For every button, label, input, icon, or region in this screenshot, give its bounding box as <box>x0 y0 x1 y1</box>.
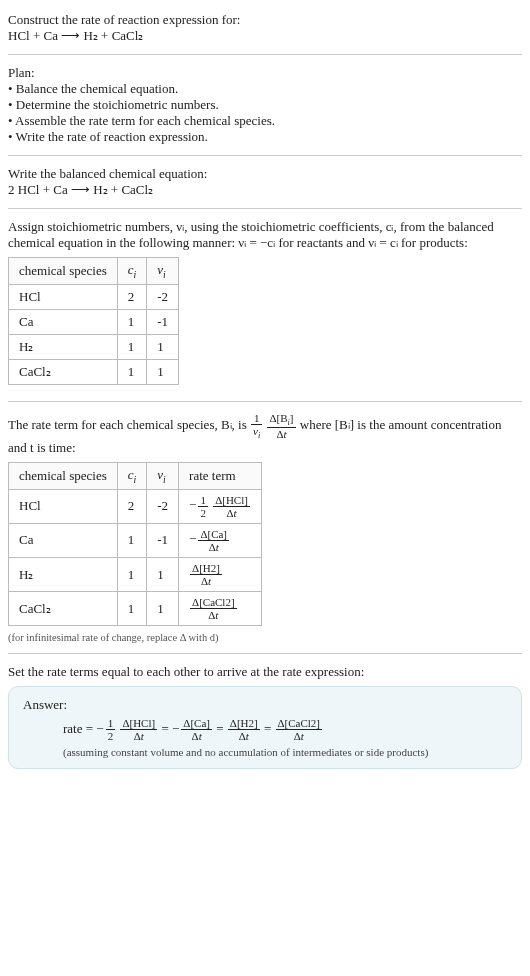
rateterm-text-a: The rate term for each chemical species,… <box>8 417 250 432</box>
cell-species: HCl <box>9 489 118 523</box>
rateterm-section: The rate term for each chemical species,… <box>8 408 522 648</box>
divider <box>8 208 522 209</box>
cell-v: 1 <box>147 359 179 384</box>
cell-species: H₂ <box>9 557 118 591</box>
col-header: ci <box>117 258 147 285</box>
cell-species: Ca <box>9 523 118 557</box>
col-header: νi <box>147 258 179 285</box>
plan-item-text: Balance the chemical equation. <box>16 81 178 96</box>
cell-species: CaCl₂ <box>9 592 118 626</box>
table-row: HCl 2 -2 −12 Δ[HCl]Δt <box>9 489 262 523</box>
rateterm-formula: 1νi Δ[Bi]Δt <box>250 417 300 432</box>
plan-item-text: Assemble the rate term for each chemical… <box>15 113 275 128</box>
cell-rate: −Δ[Ca]Δt <box>179 523 262 557</box>
cell-c: 1 <box>117 592 147 626</box>
table-row: H₂ 1 1 Δ[H2]Δt <box>9 557 262 591</box>
col-header: νi <box>147 462 179 489</box>
balanced-intro: Write the balanced chemical equation: <box>8 166 522 182</box>
col-header: chemical species <box>9 462 118 489</box>
cell-rate: Δ[H2]Δt <box>179 557 262 591</box>
answer-label: Answer: <box>23 697 507 713</box>
header-equation: HCl + Ca ⟶ H₂ + CaCl₂ <box>8 28 522 44</box>
cell-c: 1 <box>117 557 147 591</box>
divider <box>8 155 522 156</box>
divider <box>8 54 522 55</box>
final-section: Set the rate terms equal to each other t… <box>8 660 522 773</box>
answer-note: (assuming constant volume and no accumul… <box>23 746 507 758</box>
table-row: Ca 1 -1 <box>9 309 179 334</box>
col-header: ci <box>117 462 147 489</box>
col-header: chemical species <box>9 258 118 285</box>
cell-species: HCl <box>9 284 118 309</box>
table-row: CaCl₂ 1 1 <box>9 359 179 384</box>
table-row: CaCl₂ 1 1 Δ[CaCl2]Δt <box>9 592 262 626</box>
cell-c: 1 <box>117 359 147 384</box>
plan-item-text: Write the rate of reaction expression. <box>16 129 208 144</box>
answer-box: Answer: rate = −12 Δ[HCl]Δt = −Δ[Ca]Δt =… <box>8 686 522 769</box>
cell-c: 1 <box>117 523 147 557</box>
cell-c: 1 <box>117 334 147 359</box>
rateterm-text: The rate term for each chemical species,… <box>8 412 522 456</box>
balanced-section: Write the balanced chemical equation: 2 … <box>8 162 522 202</box>
plan-item: • Assemble the rate term for each chemic… <box>8 113 522 129</box>
header-title: Construct the rate of reaction expressio… <box>8 12 522 28</box>
header-section: Construct the rate of reaction expressio… <box>8 8 522 48</box>
cell-species: Ca <box>9 309 118 334</box>
table-row: Ca 1 -1 −Δ[Ca]Δt <box>9 523 262 557</box>
cell-rate: −12 Δ[HCl]Δt <box>179 489 262 523</box>
plan-heading: Plan: <box>8 65 522 81</box>
cell-v: 1 <box>147 592 179 626</box>
cell-v: 1 <box>147 557 179 591</box>
divider <box>8 401 522 402</box>
plan-section: Plan: • Balance the chemical equation. •… <box>8 61 522 149</box>
cell-v: -2 <box>147 284 179 309</box>
balanced-equation: 2 HCl + Ca ⟶ H₂ + CaCl₂ <box>8 182 522 198</box>
cell-c: 2 <box>117 489 147 523</box>
table-row: H₂ 1 1 <box>9 334 179 359</box>
cell-c: 1 <box>117 309 147 334</box>
cell-v: -2 <box>147 489 179 523</box>
divider <box>8 653 522 654</box>
col-header: rate term <box>179 462 262 489</box>
cell-rate: Δ[CaCl2]Δt <box>179 592 262 626</box>
rateterm-footnote: (for infinitesimal rate of change, repla… <box>8 632 522 643</box>
plan-item: • Write the rate of reaction expression. <box>8 129 522 145</box>
stoich-section: Assign stoichiometric numbers, νᵢ, using… <box>8 215 522 395</box>
cell-v: -1 <box>147 523 179 557</box>
plan-item-text: Determine the stoichiometric numbers. <box>16 97 219 112</box>
table-header-row: chemical species ci νi rate term <box>9 462 262 489</box>
cell-v: 1 <box>147 334 179 359</box>
stoich-text: Assign stoichiometric numbers, νᵢ, using… <box>8 219 522 251</box>
rate-expression: rate = −12 Δ[HCl]Δt = −Δ[Ca]Δt = Δ[H2]Δt… <box>23 717 507 742</box>
plan-item: • Balance the chemical equation. <box>8 81 522 97</box>
table-row: HCl 2 -2 <box>9 284 179 309</box>
final-intro: Set the rate terms equal to each other t… <box>8 664 522 680</box>
cell-species: H₂ <box>9 334 118 359</box>
rateterm-table: chemical species ci νi rate term HCl 2 -… <box>8 462 262 626</box>
plan-item: • Determine the stoichiometric numbers. <box>8 97 522 113</box>
stoich-table: chemical species ci νi HCl 2 -2 Ca 1 -1 … <box>8 257 179 385</box>
cell-species: CaCl₂ <box>9 359 118 384</box>
cell-v: -1 <box>147 309 179 334</box>
rate-prefix: rate = <box>63 721 96 736</box>
table-header-row: chemical species ci νi <box>9 258 179 285</box>
cell-c: 2 <box>117 284 147 309</box>
